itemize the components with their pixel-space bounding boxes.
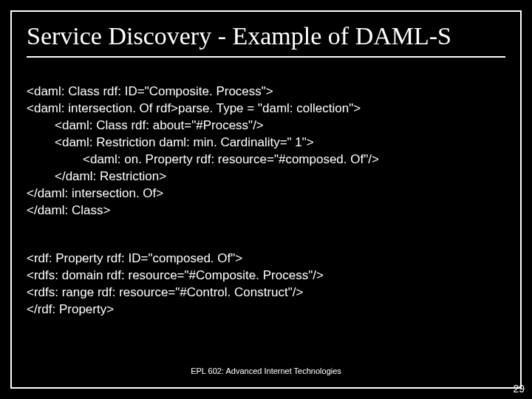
code-line: </daml: intersection. Of> — [27, 186, 163, 200]
code-line: <daml: on. Property rdf: resource="#comp… — [27, 151, 379, 168]
code-line: <rdfs: range rdf: resource="#Control. Co… — [27, 285, 303, 299]
code-line: </daml: Class> — [27, 203, 110, 217]
code-line: <rdf: Property rdf: ID="composed. Of"> — [27, 251, 242, 265]
title-rule — [27, 56, 505, 58]
code-line: <daml: Class rdf: ID="Composite. Process… — [27, 84, 273, 98]
code-line: </rdf: Property> — [27, 302, 114, 316]
footer-text: EPL 602: Advanced Internet Technologies — [12, 366, 520, 375]
page-number: 29 — [513, 383, 525, 395]
code-line: <rdfs: domain rdf: resource="#Composite.… — [27, 268, 324, 282]
code-block-2: <rdf: Property rdf: ID="composed. Of"> <… — [27, 234, 505, 319]
code-block-1: <daml: Class rdf: ID="Composite. Process… — [27, 66, 505, 219]
code-line: <daml: Restriction daml: min. Cardinalit… — [27, 134, 314, 151]
slide-frame: Service Discovery - Example of DAML-S <d… — [10, 10, 522, 389]
page-title: Service Discovery - Example of DAML-S — [27, 22, 505, 50]
code-line: </daml: Restriction> — [27, 168, 166, 185]
code-line: <daml: Class rdf: about="#Process"/> — [27, 117, 264, 134]
code-gap — [27, 219, 505, 234]
code-line: <daml: intersection. Of rdf>parse. Type … — [27, 101, 361, 115]
